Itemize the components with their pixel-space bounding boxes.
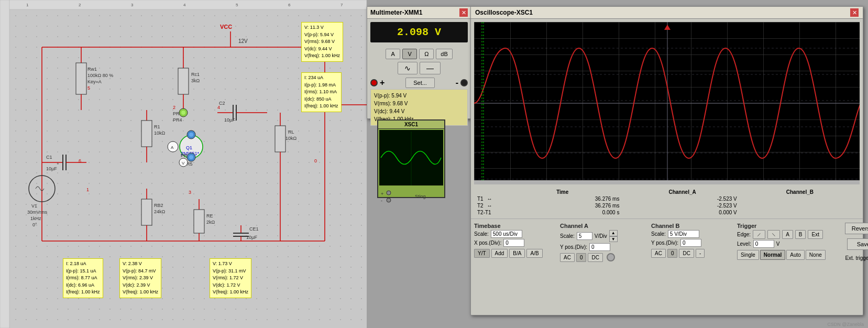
timebase-section: Timebase Scale: X pos.(Div): Y/T Add B/A… bbox=[474, 223, 558, 258]
svg-point-86 bbox=[181, 111, 185, 115]
normal-button[interactable]: Normal bbox=[760, 250, 785, 260]
channel-a-ac-button[interactable]: AC bbox=[560, 253, 575, 262]
channel-a-ypos-input[interactable] bbox=[589, 243, 610, 251]
trigger-B-button[interactable]: B bbox=[795, 230, 806, 239]
svg-point-88 bbox=[189, 133, 193, 137]
t2t1-label: T2-T1 bbox=[475, 209, 501, 216]
multimeter-A-button[interactable]: A bbox=[386, 49, 400, 59]
ba-button[interactable]: B/A bbox=[509, 249, 525, 258]
oscilloscope-close-button[interactable]: ✕ bbox=[850, 8, 859, 17]
channel-b-ypos-input[interactable] bbox=[680, 239, 701, 247]
t2t1-row: T2-T1 0.000 s 0.000 V bbox=[475, 209, 859, 216]
svg-text:12V: 12V bbox=[238, 38, 248, 44]
oscilloscope-screen bbox=[474, 22, 860, 184]
multimeter-set-button[interactable]: Set... bbox=[405, 78, 435, 88]
trigger-A-button[interactable]: A bbox=[782, 230, 793, 239]
svg-text:1kHz: 1kHz bbox=[30, 216, 41, 221]
svg-text:A: A bbox=[171, 145, 174, 150]
multimeter-title-bar: Multimeter-XMM1 ✕ bbox=[367, 7, 471, 19]
channel-a-up-button[interactable]: ▲ bbox=[609, 230, 618, 236]
col-header-chb: Channel_B bbox=[741, 189, 859, 195]
svg-text:2kΩ: 2kΩ bbox=[206, 220, 215, 225]
trigger-rising-button[interactable]: ⟋ bbox=[753, 230, 765, 239]
channel-a-updown[interactable]: ▲ ▼ bbox=[609, 230, 618, 242]
trigger-level-input[interactable] bbox=[753, 240, 774, 248]
channel-a-coupling-buttons: AC 0 DC bbox=[560, 253, 649, 262]
channel-a-dc-button[interactable]: DC bbox=[588, 253, 602, 262]
oscilloscope-panel: Oscilloscope-XSC1 ✕ bbox=[470, 6, 863, 315]
time-channel-table: Time Channel_A Channel_B T1 ↔ 36.276 ms … bbox=[475, 189, 859, 216]
svg-text:3: 3 bbox=[189, 190, 191, 195]
channel-b-minus-button[interactable]: - bbox=[696, 249, 705, 258]
svg-text:5: 5 bbox=[87, 85, 90, 91]
trigger-level-label: Level: bbox=[737, 241, 751, 247]
channel-b-scale-row: Scale: bbox=[651, 230, 735, 238]
multimeter-terminals: + Set... - bbox=[367, 75, 471, 89]
svg-text:Rw1: Rw1 bbox=[87, 67, 97, 72]
channel-a-down-button[interactable]: ▼ bbox=[609, 236, 618, 243]
add-button[interactable]: Add bbox=[491, 249, 508, 258]
svg-text:-: - bbox=[381, 198, 382, 203]
multimeter-close-button[interactable]: ✕ bbox=[459, 8, 468, 17]
t1-ch-b bbox=[741, 195, 859, 202]
reading-line2: V(rms): 9.68 V bbox=[374, 100, 464, 107]
ab-button[interactable]: A/B bbox=[526, 249, 542, 258]
multimeter-ohm-button[interactable]: Ω bbox=[419, 49, 434, 59]
svg-text:1: 1 bbox=[26, 3, 29, 7]
t1-time: 36.276 ms bbox=[501, 195, 623, 202]
multimeter-panel: Multimeter-XMM1 ✕ 2.098 V A V Ω dB ∿ — +… bbox=[367, 6, 471, 119]
svg-rect-24 bbox=[178, 68, 189, 94]
yt-button[interactable]: Y/T bbox=[474, 249, 490, 258]
t2-arrows: ↔ bbox=[487, 203, 492, 209]
osc-action-buttons: Reverse Save Ext. trigger bbox=[828, 223, 868, 261]
svg-text:2: 2 bbox=[79, 3, 81, 7]
channel-a-zero-button[interactable]: 0 bbox=[576, 253, 587, 262]
channel-b-coupling-buttons: AC 0 DC - bbox=[651, 249, 735, 258]
channel-a-indicator bbox=[607, 253, 615, 261]
auto-button[interactable]: Auto bbox=[786, 250, 805, 260]
multimeter-ac-button[interactable]: ∿ bbox=[398, 62, 417, 74]
channel-b-ac-button[interactable]: AC bbox=[651, 249, 666, 258]
circuit-area: 1 2 3 4 5 6 7 VCC 12V Rw1 100kΩ 80 % Key… bbox=[0, 0, 367, 328]
channel-a-section: Channel A Scale: V/Div ▲ ▼ Y pos.(Div): … bbox=[560, 223, 649, 262]
oscilloscope-scrollbar[interactable] bbox=[474, 180, 860, 184]
t2t1-ch-b bbox=[741, 209, 859, 216]
svg-text:4: 4 bbox=[217, 105, 220, 110]
measurement-box-vcc: V: 11.3 V V(p-p): 5.94 V V(rms): 9.68 V … bbox=[301, 22, 343, 62]
channel-a-ypos-label: Y pos.(Div): bbox=[560, 244, 587, 250]
multimeter-title: Multimeter-XMM1 bbox=[370, 9, 422, 16]
svg-point-102 bbox=[387, 198, 391, 202]
measurement-box-5: V: 1.73 V V(p-p): 31.1 mV V(rms): 1.72 V… bbox=[210, 258, 251, 298]
single-button[interactable]: Single bbox=[737, 250, 759, 260]
reverse-button[interactable]: Reverse bbox=[845, 223, 868, 234]
multimeter-wave-buttons: ∿ — bbox=[367, 61, 471, 75]
svg-text:Key=A: Key=A bbox=[87, 79, 102, 84]
timebase-scale-label: Scale: bbox=[474, 231, 489, 237]
svg-text:10kΩ: 10kΩ bbox=[154, 130, 166, 136]
channel-a-scale-input[interactable] bbox=[577, 232, 592, 240]
channel-b-scale-input[interactable] bbox=[668, 230, 699, 238]
svg-rect-34 bbox=[141, 199, 152, 225]
multimeter-mode-buttons: A V Ω dB bbox=[367, 46, 471, 61]
svg-rect-39 bbox=[194, 210, 204, 233]
t1-ch-a: -2.523 V bbox=[623, 195, 741, 202]
svg-text:CE1: CE1 bbox=[249, 226, 259, 232]
timebase-xpos-row: X pos.(Div): bbox=[474, 239, 558, 247]
none-button[interactable]: None bbox=[806, 250, 826, 260]
channel-b-zero-button[interactable]: 0 bbox=[667, 249, 678, 258]
timebase-scale-input[interactable] bbox=[491, 230, 522, 238]
svg-text:0: 0 bbox=[314, 158, 317, 163]
t2-ch-b bbox=[741, 202, 859, 209]
xsc1-display bbox=[378, 129, 444, 187]
svg-text:Rc1: Rc1 bbox=[191, 72, 200, 77]
trigger-falling-button[interactable]: ⟍ bbox=[767, 230, 780, 239]
multimeter-V-button[interactable]: V bbox=[402, 49, 417, 59]
timebase-xpos-input[interactable] bbox=[503, 239, 524, 247]
save-button[interactable]: Save bbox=[847, 238, 868, 250]
channel-b-dc-button[interactable]: DC bbox=[679, 249, 694, 258]
multimeter-minus-label: - bbox=[456, 78, 458, 88]
multimeter-dc-button[interactable]: — bbox=[420, 62, 441, 74]
trigger-ext-button[interactable]: Ext bbox=[808, 230, 822, 239]
col-header-cha: Channel_A bbox=[623, 189, 741, 195]
multimeter-dB-button[interactable]: dB bbox=[436, 49, 452, 59]
